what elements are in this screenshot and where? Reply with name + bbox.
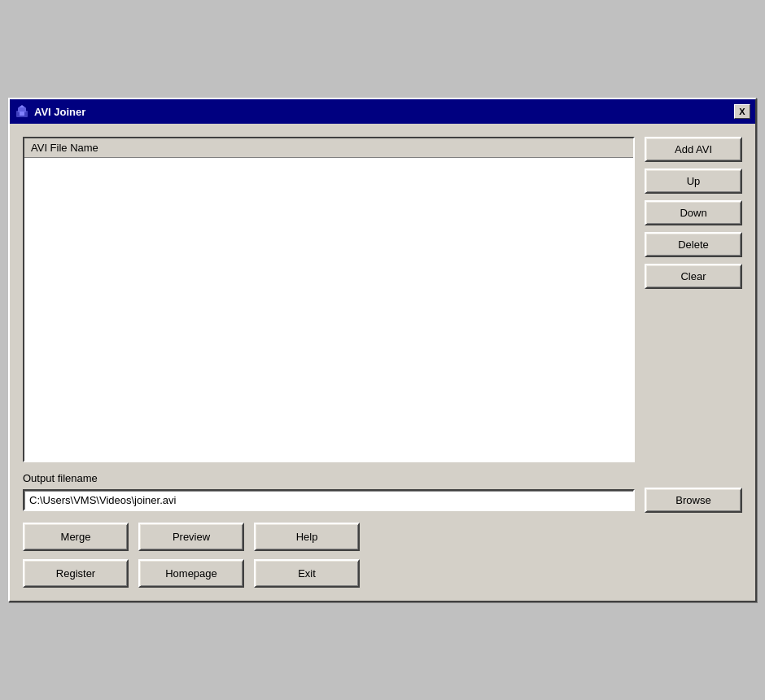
exit-button[interactable]: Exit (254, 559, 360, 588)
browse-button[interactable]: Browse (645, 488, 742, 513)
svg-rect-3 (20, 112, 24, 116)
side-button-column: Add AVI Up Down Delete Clear (645, 137, 742, 462)
up-button[interactable]: Up (645, 168, 742, 194)
down-button[interactable]: Down (645, 200, 742, 225)
main-window: AVI Joiner X AVI File Name Add AVI Up Do… (8, 98, 757, 602)
help-button[interactable]: Help (254, 523, 360, 551)
title-bar-left: AVI Joiner (15, 104, 85, 119)
file-list-container: AVI File Name (23, 137, 635, 462)
close-button[interactable]: X (734, 104, 750, 119)
content-area: AVI File Name Add AVI Up Down Delete Cle… (10, 124, 755, 601)
add-avi-button[interactable]: Add AVI (645, 137, 742, 162)
bottom-row-2: Register Homepage Exit (23, 559, 742, 588)
homepage-button[interactable]: Homepage (138, 559, 244, 588)
output-section: Output filename Browse (23, 472, 742, 513)
svg-marker-2 (19, 105, 25, 107)
merge-button[interactable]: Merge (23, 523, 129, 551)
preview-button[interactable]: Preview (138, 523, 244, 551)
main-row: AVI File Name Add AVI Up Down Delete Cle… (23, 137, 742, 462)
output-filename-input[interactable] (23, 489, 635, 511)
title-bar: AVI Joiner X (10, 99, 755, 124)
register-button[interactable]: Register (23, 559, 129, 588)
file-list-header: AVI File Name (24, 138, 633, 158)
bottom-rows: Merge Preview Help Register Homepage Exi… (23, 523, 742, 588)
output-label: Output filename (23, 472, 742, 484)
clear-button[interactable]: Clear (645, 264, 742, 289)
file-list-body[interactable] (24, 158, 633, 451)
output-row: Browse (23, 488, 742, 513)
delete-button[interactable]: Delete (645, 232, 742, 257)
browse-btn-container: Browse (645, 488, 742, 513)
window-title: AVI Joiner (34, 106, 85, 118)
bottom-row-1: Merge Preview Help (23, 523, 742, 551)
app-icon (15, 104, 29, 119)
